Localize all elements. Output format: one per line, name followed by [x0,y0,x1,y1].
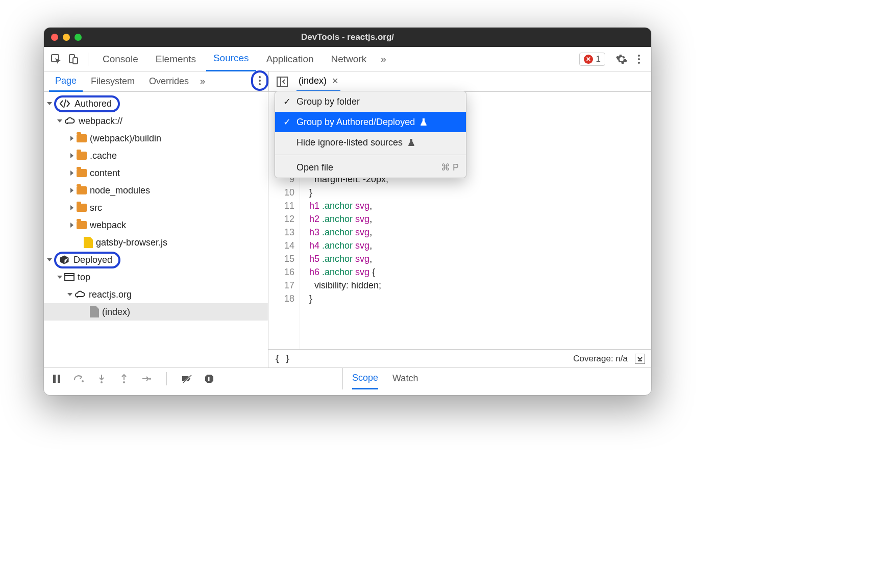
debugger-bar: Scope Watch [44,368,651,389]
tab-console[interactable]: Console [95,47,145,71]
file-tab-name: (index) [299,76,327,86]
folder-icon [77,134,87,142]
kebab-menu-icon[interactable] [632,52,646,66]
svg-rect-5 [65,274,74,281]
tree-deployed-group[interactable]: Deployed [44,251,268,268]
tree-folder[interactable]: src [44,199,268,216]
open-file-tab[interactable]: (index) ✕ [296,71,340,92]
step-into-icon[interactable] [96,373,107,384]
tab-network[interactable]: Network [324,47,374,71]
breakpoints-toggle-icon[interactable] [181,373,192,384]
error-badge[interactable]: ✕ 1 [579,53,605,66]
debug-tab-scope[interactable]: Scope [352,368,378,389]
collapse-icon[interactable] [635,354,645,364]
domain-label: reactjs.org [89,289,132,300]
svg-point-12 [123,381,125,383]
deployed-label: Deployed [73,255,112,265]
inspect-icon[interactable] [49,52,63,66]
subtab-overrides[interactable]: Overrides [143,71,195,92]
subtabs-overflow[interactable]: » [197,71,208,92]
folder-icon [77,221,87,229]
tab-sources[interactable]: Sources [206,47,256,71]
tree-folder[interactable]: content [44,164,268,182]
dropdown-group-by-authored[interactable]: ✓ Group by Authored/Deployed [275,112,466,132]
subtab-page[interactable]: Page [49,71,83,92]
webpack-label: webpack:// [79,116,122,127]
svg-point-11 [101,381,103,383]
tree-folder[interactable]: node_modules [44,182,268,199]
pause-exceptions-icon[interactable] [204,373,215,384]
tab-application[interactable]: Application [259,47,321,71]
check-icon: ✓ [282,116,291,128]
tree-folder[interactable]: webpack [44,216,268,234]
tree-folder[interactable]: (webpack)/buildin [44,130,268,147]
folder-icon [77,204,87,212]
top-label: top [78,272,90,283]
dropdown-group-by-folder[interactable]: ✓ Group by folder [275,91,466,112]
shortcut-label: ⌘ P [441,162,459,173]
tab-elements[interactable]: Elements [149,47,203,71]
package-icon [59,255,69,264]
jsfile-label: gatsby-browser.js [96,237,167,248]
sources-subbar: Page Filesystem Overrides » (index) ✕ [44,71,651,92]
step-over-icon[interactable] [73,373,85,384]
svg-rect-17 [210,377,211,381]
check-icon: ✓ [282,96,291,107]
code-icon [59,99,70,108]
device-toggle-icon[interactable] [66,52,81,66]
index-label: (index) [102,307,130,317]
tabs-overflow[interactable]: » [377,47,390,71]
file-icon [90,306,99,317]
titlebar: DevTools - reactjs.org/ [44,28,651,47]
js-file-icon [84,237,93,248]
pretty-print-icon[interactable]: { } [275,354,290,364]
error-icon: ✕ [584,55,593,64]
window-title: DevTools - reactjs.org/ [44,32,651,42]
close-tab-icon[interactable]: ✕ [332,76,338,86]
devtools-window: DevTools - reactjs.org/ Console Elements… [44,28,651,395]
authored-label: Authored [75,99,112,109]
page-more-menu-button[interactable] [251,70,268,91]
tree-domain[interactable]: reactjs.org [44,286,268,303]
step-out-icon[interactable] [118,373,130,384]
svg-rect-16 [208,377,209,381]
step-icon[interactable] [141,373,152,384]
settings-gear-icon[interactable] [614,52,629,66]
coverage-label: Coverage: n/a [573,354,628,364]
error-count: 1 [596,54,601,64]
flask-icon [408,138,415,146]
folder-icon [77,152,87,160]
page-options-dropdown: ✓ Group by folder ✓ Group by Authored/De… [275,91,466,178]
dropdown-hide-ignore-listed[interactable]: Hide ignore-listed sources [275,132,466,153]
svg-point-13 [149,378,151,380]
main-toolbar: Console Elements Sources Application Net… [44,47,651,71]
flask-icon [420,118,427,126]
tree-authored-group[interactable]: Authored [44,95,268,112]
svg-rect-8 [53,375,56,383]
subtab-filesystem[interactable]: Filesystem [85,71,141,92]
tree-folder[interactable]: .cache [44,147,268,164]
editor-status-bar: { } Coverage: n/a [268,349,651,368]
file-navigator: Authored webpack:// (webpack)/buildin.ca… [44,92,268,368]
svg-point-10 [82,380,84,382]
cloud-icon [75,290,86,299]
svg-rect-9 [58,375,60,383]
svg-rect-2 [73,58,78,64]
folder-icon [77,169,87,177]
tree-webpack[interactable]: webpack:// [44,112,268,130]
pause-icon[interactable] [51,373,62,384]
dropdown-open-file[interactable]: Open file ⌘ P [275,157,466,178]
navigator-toggle-icon[interactable] [275,75,289,89]
frame-icon [64,273,75,281]
tree-file-gatsby[interactable]: gatsby-browser.js [44,234,268,251]
cloud-icon [64,116,76,126]
folder-icon [77,186,87,194]
tree-file-index[interactable]: (index) [44,303,268,321]
debug-tab-watch[interactable]: Watch [392,368,418,389]
tree-top[interactable]: top [44,268,268,286]
separator [88,53,88,66]
